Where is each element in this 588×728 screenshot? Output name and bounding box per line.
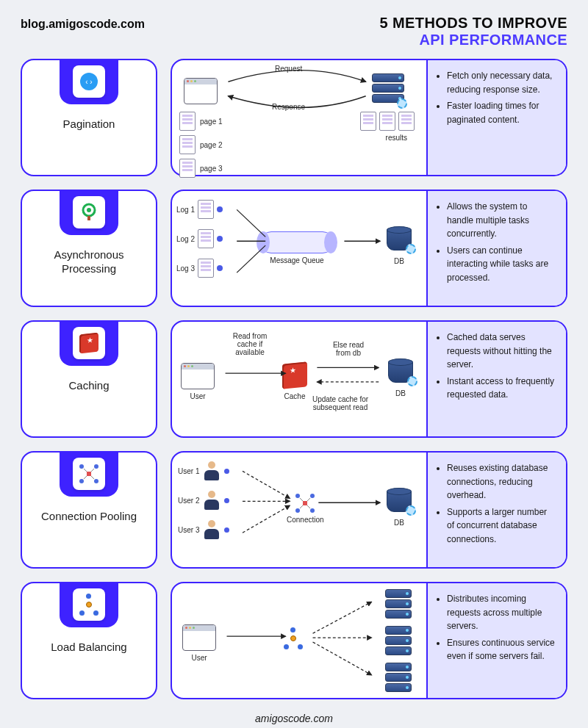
method-tab [60,582,118,627]
svg-line-35 [313,602,372,633]
title-line-1: 5 METHODS TO IMPROVE [380,15,567,32]
bullet: Supports a larger number of concurrent d… [447,505,556,547]
svg-line-18 [91,469,94,472]
method-tab [60,320,118,366]
load-balancer-node-icon [282,627,304,649]
user-label: User 2 [178,497,199,505]
method-name: Pagination [57,118,121,131]
person-icon [204,461,220,480]
bullet: Fetch only necessary data, reducing resp… [447,69,556,96]
page-label: page 3 [200,165,223,173]
result-file-icon [379,112,395,131]
person-icon [204,491,220,510]
log-file-icon [198,229,214,248]
method-name: Caching [62,379,115,393]
server-icon [372,73,404,106]
page-file-icon [179,112,196,131]
connection-node-icon [294,492,316,514]
method-row-async: Asynchronous Processing Log 1 Log 2 Log … [21,190,567,307]
svg-rect-12 [87,472,91,476]
diagram-loadbalancing: User [172,583,426,698]
method-card-pooling: Connection Pooling [21,451,157,569]
person-icon [204,520,220,539]
svg-point-23 [310,494,315,498]
browser-icon [184,78,218,104]
result-file-icon [360,112,376,131]
log-file-icon [198,200,214,219]
svg-point-14 [94,464,98,469]
response-label: Response [272,103,305,111]
bullet: Ensures continuous service even if some … [447,636,556,663]
server-icon [385,589,412,616]
diagram-caching: User Cache DB Read from cache if availab… [172,322,426,436]
database-icon [388,358,413,385]
method-description: Fetch only necessary data, reducing resp… [426,60,566,175]
method-card-pagination: ‹ › Pagination [21,59,157,176]
svg-point-13 [79,464,84,469]
method-card-async: Asynchronous Processing [21,190,157,307]
update-cache-label: Update cache for subsequent read [309,395,372,411]
page-label: page 2 [200,141,223,149]
server-icon [385,663,412,689]
diagram-async: Log 1 Log 2 Log 3 Message Queue DB [172,191,426,306]
user-label: User [182,654,216,662]
svg-line-20 [91,476,94,479]
method-detail-pooling: User 1 User 2 User 3 Connection [171,451,567,569]
database-icon [387,226,412,253]
svg-line-27 [307,498,310,501]
page-file-icon [179,159,196,178]
svg-point-15 [79,479,84,483]
method-detail-async: Log 1 Log 2 Log 3 Message Queue DB [171,190,567,307]
svg-line-29 [307,505,310,508]
svg-text:‹ ›: ‹ › [85,78,92,86]
method-tab [60,451,118,497]
request-label: Request [275,65,302,73]
svg-rect-21 [303,501,307,505]
method-tab [60,190,118,235]
svg-point-25 [310,508,315,513]
result-file-icon [398,112,415,131]
cache-icon [73,327,105,359]
log-label: Log 1 [176,206,195,214]
method-description: Distributes incoming requests across mul… [426,583,566,698]
page-file-icon [179,135,196,154]
page-title: 5 METHODS TO IMPROVE API PERFORMANCE [380,15,567,48]
bullet: Instant access to frequently requested d… [447,375,556,402]
svg-line-19 [84,476,87,479]
log-file-icon [198,259,214,278]
method-description: Cached data serves requests without hitt… [426,322,566,436]
async-icon [73,196,105,228]
bullet: Allows the system to handle multiple tas… [447,200,556,241]
svg-line-30 [243,471,290,498]
method-row-loadbalancing: Load Balancing User [21,582,567,699]
title-line-2: API PERFORMANCE [380,32,567,48]
browser-icon [181,363,215,389]
method-detail-caching: User Cache DB Read from cache if availab… [171,320,567,438]
user-label: User 3 [178,526,199,534]
method-name: Connection Pooling [35,510,143,524]
cache-cube-icon [282,361,307,389]
svg-point-3 [87,208,91,212]
svg-line-32 [243,505,290,533]
svg-point-22 [295,494,300,498]
footer-url: amigoscode.com [21,713,567,724]
pagination-icon: ‹ › [73,65,105,98]
message-queue-icon [260,231,334,253]
user-label: User [181,392,215,400]
diagram-pooling: User 1 User 2 User 3 Connection [172,453,426,567]
else-read-label: Else read from db [326,341,370,357]
database-icon [387,488,412,514]
method-name: Load Balancing [45,641,132,655]
db-label: DB [387,257,412,265]
svg-line-17 [84,469,87,472]
results-label: results [386,134,407,142]
bullet: Reuses existing database connections, re… [447,461,556,502]
method-detail-pagination: page 1 page 2 page 3 results [171,59,567,176]
svg-point-24 [295,508,300,513]
load-balancer-icon [73,588,105,621]
method-description: Allows the system to handle multiple tas… [426,191,566,306]
svg-rect-4 [87,216,90,220]
log-label: Log 3 [176,264,195,273]
svg-point-16 [94,479,98,483]
method-detail-loadbalancing: User [171,582,567,699]
